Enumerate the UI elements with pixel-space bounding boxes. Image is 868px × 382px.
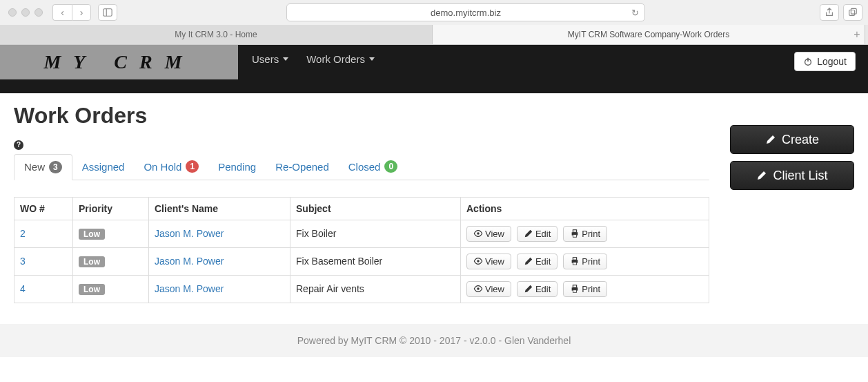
- edit-button[interactable]: Edit: [517, 226, 558, 242]
- svg-rect-3: [851, 8, 856, 14]
- power-icon: [803, 57, 813, 66]
- table-row: 3LowJason M. PowerFix Basement BoilerVie…: [14, 247, 709, 275]
- sidebar-toggle-icon[interactable]: [98, 4, 117, 21]
- browser-tab-home[interactable]: My It CRM 3.0 - Home: [0, 25, 433, 44]
- svg-rect-9: [573, 235, 577, 238]
- svg-rect-12: [573, 258, 577, 260]
- chevron-down-icon: [369, 57, 375, 61]
- priority-badge: Low: [79, 229, 105, 240]
- browser-chrome: ‹ › demo.myitcrm.biz ↻ My It CRM 3.0 - H…: [0, 0, 868, 45]
- browser-toolbar: ‹ › demo.myitcrm.biz ↻: [0, 0, 868, 25]
- svg-rect-16: [573, 285, 577, 288]
- share-icon[interactable]: [820, 4, 839, 21]
- wo-id-link[interactable]: 2: [20, 228, 26, 239]
- svg-rect-8: [573, 230, 577, 233]
- view-button[interactable]: View: [466, 254, 511, 269]
- client-link[interactable]: Jason M. Power: [155, 228, 224, 239]
- badge: 1: [186, 160, 199, 173]
- svg-point-10: [477, 260, 480, 262]
- pencil-icon: [524, 229, 533, 238]
- print-icon: [570, 256, 580, 266]
- tab-assigned[interactable]: Assigned: [72, 154, 135, 180]
- col-priority: Priority: [73, 197, 149, 220]
- print-button[interactable]: Print: [563, 226, 607, 242]
- col-actions: Actions: [461, 197, 709, 220]
- new-tab-button[interactable]: +: [850, 28, 864, 41]
- address-bar[interactable]: demo.myitcrm.biz ↻: [286, 3, 645, 21]
- tabs-icon[interactable]: [843, 4, 862, 21]
- pencil-icon: [765, 134, 776, 145]
- tab-new[interactable]: New3: [14, 154, 72, 180]
- svg-point-6: [477, 232, 480, 235]
- print-button[interactable]: Print: [563, 281, 607, 297]
- svg-point-14: [477, 287, 480, 290]
- priority-badge: Low: [79, 256, 105, 267]
- footer: Powered by MyIT CRM © 2010 - 2017 - v2.0…: [0, 324, 868, 357]
- forward-button[interactable]: ›: [72, 4, 91, 21]
- tab-pending[interactable]: Pending: [208, 154, 266, 180]
- edit-button[interactable]: Edit: [517, 281, 558, 297]
- url-text: demo.myitcrm.biz: [431, 8, 501, 18]
- wo-id-link[interactable]: 3: [20, 256, 26, 267]
- eye-icon: [473, 229, 483, 238]
- print-icon: [570, 284, 580, 294]
- browser-tab-strip: My It CRM 3.0 - Home MyIT CRM Software C…: [0, 25, 868, 44]
- svg-rect-17: [573, 290, 577, 293]
- tab-closed[interactable]: Closed0: [339, 154, 407, 180]
- svg-rect-2: [849, 10, 855, 16]
- badge: 3: [49, 161, 62, 173]
- nav-users[interactable]: Users: [252, 53, 288, 65]
- page-title: Work Orders: [14, 103, 709, 128]
- wo-id-link[interactable]: 4: [20, 283, 26, 294]
- col-wo: WO #: [14, 197, 73, 220]
- nav-work-orders[interactable]: Work Orders: [306, 53, 375, 65]
- edit-button[interactable]: Edit: [517, 254, 558, 269]
- view-button[interactable]: View: [466, 226, 511, 242]
- pencil-icon: [756, 170, 767, 181]
- view-button[interactable]: View: [466, 281, 511, 297]
- chevron-down-icon: [283, 57, 288, 61]
- browser-tab-work-orders[interactable]: MyIT CRM Software Company-Work Orders: [433, 25, 865, 44]
- maximize-window-icon[interactable]: [34, 8, 43, 17]
- print-icon: [570, 229, 580, 238]
- client-link[interactable]: Jason M. Power: [155, 256, 224, 267]
- table-row: 4LowJason M. PowerRepair Air ventsViewEd…: [14, 275, 709, 303]
- svg-rect-0: [103, 9, 112, 17]
- close-window-icon[interactable]: [8, 8, 17, 17]
- client-link[interactable]: Jason M. Power: [155, 283, 224, 294]
- svg-rect-13: [573, 262, 577, 265]
- client-list-button[interactable]: Client List: [730, 161, 854, 190]
- col-client: Client's Name: [149, 197, 290, 220]
- pencil-icon: [524, 256, 533, 266]
- help-icon[interactable]: ?: [14, 140, 23, 150]
- reload-icon[interactable]: ↻: [631, 8, 639, 18]
- print-button[interactable]: Print: [563, 254, 607, 269]
- brand-logo[interactable]: MY CRM: [0, 45, 238, 79]
- table-row: 2LowJason M. PowerFix BoilerViewEditPrin…: [14, 220, 709, 247]
- subject-cell: Repair Air vents: [290, 275, 461, 303]
- create-button[interactable]: Create: [730, 125, 854, 154]
- eye-icon: [473, 284, 483, 294]
- eye-icon: [473, 256, 483, 266]
- tab-re-opened[interactable]: Re-Opened: [266, 154, 339, 180]
- subject-cell: Fix Basement Boiler: [290, 247, 461, 275]
- pencil-icon: [524, 284, 533, 294]
- tab-on-hold[interactable]: On Hold1: [134, 154, 208, 180]
- window-controls: [8, 8, 43, 17]
- badge: 0: [384, 160, 397, 173]
- work-orders-table: WO # Priority Client's Name Subject Acti…: [14, 197, 709, 303]
- col-subject: Subject: [290, 197, 461, 220]
- status-tabs: New3AssignedOn Hold1PendingRe-OpenedClos…: [14, 154, 709, 180]
- logout-button[interactable]: Logout: [794, 52, 856, 71]
- priority-badge: Low: [79, 284, 105, 295]
- subject-cell: Fix Boiler: [290, 220, 461, 247]
- back-button[interactable]: ‹: [52, 4, 72, 21]
- minimize-window-icon[interactable]: [21, 8, 30, 17]
- app-navbar: MY CRM Users Work Orders Logout: [0, 45, 868, 93]
